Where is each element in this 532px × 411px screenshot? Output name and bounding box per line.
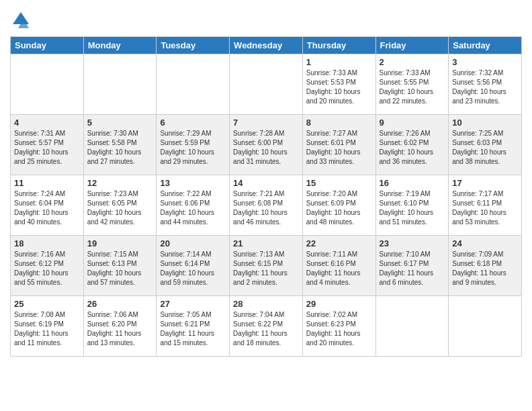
calendar-cell: 4Sunrise: 7:31 AM Sunset: 5:57 PM Daylig… <box>11 115 84 175</box>
weekday-header-thursday: Thursday <box>302 37 375 54</box>
day-info: Sunrise: 7:06 AM Sunset: 6:20 PM Dayligh… <box>87 310 153 348</box>
calendar-cell: 5Sunrise: 7:30 AM Sunset: 5:58 PM Daylig… <box>83 115 157 175</box>
calendar-week-row: 25Sunrise: 7:08 AM Sunset: 6:19 PM Dayli… <box>11 296 522 357</box>
calendar-cell: 15Sunrise: 7:20 AM Sunset: 6:09 PM Dayli… <box>302 175 375 236</box>
calendar-cell: 22Sunrise: 7:11 AM Sunset: 6:16 PM Dayli… <box>302 236 375 296</box>
weekday-header-monday: Monday <box>83 37 157 54</box>
day-number: 7 <box>233 118 299 128</box>
svg-marker-0 <box>13 12 29 24</box>
day-info: Sunrise: 7:25 AM Sunset: 6:03 PM Dayligh… <box>452 129 518 167</box>
day-number: 5 <box>87 118 153 128</box>
calendar-cell <box>11 54 84 115</box>
day-number: 16 <box>380 178 445 188</box>
day-number: 10 <box>452 118 518 128</box>
day-info: Sunrise: 7:17 AM Sunset: 6:11 PM Dayligh… <box>452 189 518 227</box>
calendar-cell: 25Sunrise: 7:08 AM Sunset: 6:19 PM Dayli… <box>11 296 84 357</box>
day-info: Sunrise: 7:29 AM Sunset: 5:59 PM Dayligh… <box>160 129 226 167</box>
calendar-week-row: 1Sunrise: 7:33 AM Sunset: 5:53 PM Daylig… <box>11 54 522 115</box>
day-info: Sunrise: 7:11 AM Sunset: 6:16 PM Dayligh… <box>306 250 372 287</box>
calendar-cell: 18Sunrise: 7:16 AM Sunset: 6:12 PM Dayli… <box>11 236 84 296</box>
calendar-cell: 13Sunrise: 7:22 AM Sunset: 6:06 PM Dayli… <box>157 175 230 236</box>
calendar-cell: 3Sunrise: 7:32 AM Sunset: 5:56 PM Daylig… <box>449 54 522 115</box>
day-number: 25 <box>14 299 80 309</box>
calendar-cell: 2Sunrise: 7:33 AM Sunset: 5:55 PM Daylig… <box>375 54 449 115</box>
day-info: Sunrise: 7:15 AM Sunset: 6:13 PM Dayligh… <box>87 250 153 287</box>
calendar-cell: 27Sunrise: 7:05 AM Sunset: 6:21 PM Dayli… <box>157 296 230 357</box>
day-number: 20 <box>160 238 226 248</box>
day-number: 29 <box>306 299 372 309</box>
day-number: 19 <box>87 238 153 248</box>
header <box>10 7 522 31</box>
day-number: 22 <box>306 238 372 248</box>
day-number: 4 <box>14 118 80 128</box>
calendar-cell: 21Sunrise: 7:13 AM Sunset: 6:15 PM Dayli… <box>230 236 303 296</box>
calendar-week-row: 11Sunrise: 7:24 AM Sunset: 6:04 PM Dayli… <box>11 175 522 236</box>
day-info: Sunrise: 7:30 AM Sunset: 5:58 PM Dayligh… <box>87 129 153 167</box>
day-number: 24 <box>452 238 518 248</box>
day-info: Sunrise: 7:09 AM Sunset: 6:18 PM Dayligh… <box>452 250 518 287</box>
day-number: 12 <box>87 178 153 188</box>
day-number: 27 <box>160 299 226 309</box>
day-info: Sunrise: 7:08 AM Sunset: 6:19 PM Dayligh… <box>14 310 80 348</box>
logo-icon <box>10 9 32 31</box>
calendar-cell: 8Sunrise: 7:27 AM Sunset: 6:01 PM Daylig… <box>302 115 375 175</box>
day-number: 11 <box>14 178 80 188</box>
day-info: Sunrise: 7:02 AM Sunset: 6:23 PM Dayligh… <box>306 310 372 348</box>
day-info: Sunrise: 7:33 AM Sunset: 5:53 PM Dayligh… <box>306 68 372 106</box>
calendar-cell: 6Sunrise: 7:29 AM Sunset: 5:59 PM Daylig… <box>157 115 230 175</box>
calendar-cell: 11Sunrise: 7:24 AM Sunset: 6:04 PM Dayli… <box>11 175 84 236</box>
calendar-week-row: 4Sunrise: 7:31 AM Sunset: 5:57 PM Daylig… <box>11 115 522 175</box>
day-number: 1 <box>306 57 372 67</box>
day-info: Sunrise: 7:28 AM Sunset: 6:00 PM Dayligh… <box>233 129 299 167</box>
day-info: Sunrise: 7:23 AM Sunset: 6:05 PM Dayligh… <box>87 189 153 227</box>
calendar-cell: 10Sunrise: 7:25 AM Sunset: 6:03 PM Dayli… <box>449 115 522 175</box>
logo <box>10 9 34 31</box>
day-number: 15 <box>306 178 372 188</box>
weekday-header-saturday: Saturday <box>449 37 522 54</box>
day-info: Sunrise: 7:10 AM Sunset: 6:17 PM Dayligh… <box>380 250 445 287</box>
calendar-cell: 23Sunrise: 7:10 AM Sunset: 6:17 PM Dayli… <box>375 236 449 296</box>
calendar-cell: 26Sunrise: 7:06 AM Sunset: 6:20 PM Dayli… <box>83 296 157 357</box>
day-info: Sunrise: 7:32 AM Sunset: 5:56 PM Dayligh… <box>452 68 518 106</box>
day-info: Sunrise: 7:16 AM Sunset: 6:12 PM Dayligh… <box>14 250 80 287</box>
calendar-cell <box>375 296 449 357</box>
weekday-header-tuesday: Tuesday <box>157 37 230 54</box>
weekday-header-sunday: Sunday <box>11 37 84 54</box>
calendar-cell: 24Sunrise: 7:09 AM Sunset: 6:18 PM Dayli… <box>449 236 522 296</box>
day-info: Sunrise: 7:19 AM Sunset: 6:10 PM Dayligh… <box>380 189 445 227</box>
day-number: 28 <box>233 299 299 309</box>
day-number: 21 <box>233 238 299 248</box>
calendar-cell: 9Sunrise: 7:26 AM Sunset: 6:02 PM Daylig… <box>375 115 449 175</box>
weekday-header-wednesday: Wednesday <box>230 37 303 54</box>
day-info: Sunrise: 7:31 AM Sunset: 5:57 PM Dayligh… <box>14 129 80 167</box>
calendar-cell: 1Sunrise: 7:33 AM Sunset: 5:53 PM Daylig… <box>302 54 375 115</box>
calendar-cell: 29Sunrise: 7:02 AM Sunset: 6:23 PM Dayli… <box>302 296 375 357</box>
day-number: 9 <box>380 118 445 128</box>
day-number: 6 <box>160 118 226 128</box>
calendar-cell: 12Sunrise: 7:23 AM Sunset: 6:05 PM Dayli… <box>83 175 157 236</box>
day-info: Sunrise: 7:05 AM Sunset: 6:21 PM Dayligh… <box>160 310 226 348</box>
day-info: Sunrise: 7:22 AM Sunset: 6:06 PM Dayligh… <box>160 189 226 227</box>
weekday-header-friday: Friday <box>375 37 449 54</box>
calendar-cell <box>449 296 522 357</box>
day-number: 8 <box>306 118 372 128</box>
calendar-cell: 14Sunrise: 7:21 AM Sunset: 6:08 PM Dayli… <box>230 175 303 236</box>
day-number: 18 <box>14 238 80 248</box>
day-number: 23 <box>380 238 445 248</box>
calendar-cell <box>230 54 303 115</box>
day-info: Sunrise: 7:26 AM Sunset: 6:02 PM Dayligh… <box>380 129 445 167</box>
day-info: Sunrise: 7:24 AM Sunset: 6:04 PM Dayligh… <box>14 189 80 227</box>
calendar: SundayMondayTuesdayWednesdayThursdayFrid… <box>10 36 522 357</box>
day-number: 2 <box>380 57 445 67</box>
calendar-cell: 17Sunrise: 7:17 AM Sunset: 6:11 PM Dayli… <box>449 175 522 236</box>
day-info: Sunrise: 7:21 AM Sunset: 6:08 PM Dayligh… <box>233 189 299 227</box>
day-number: 26 <box>87 299 153 309</box>
calendar-cell: 7Sunrise: 7:28 AM Sunset: 6:00 PM Daylig… <box>230 115 303 175</box>
day-info: Sunrise: 7:04 AM Sunset: 6:22 PM Dayligh… <box>233 310 299 348</box>
calendar-cell <box>157 54 230 115</box>
calendar-cell: 28Sunrise: 7:04 AM Sunset: 6:22 PM Dayli… <box>230 296 303 357</box>
day-info: Sunrise: 7:13 AM Sunset: 6:15 PM Dayligh… <box>233 250 299 287</box>
calendar-cell <box>83 54 157 115</box>
day-number: 14 <box>233 178 299 188</box>
day-info: Sunrise: 7:33 AM Sunset: 5:55 PM Dayligh… <box>380 68 445 106</box>
